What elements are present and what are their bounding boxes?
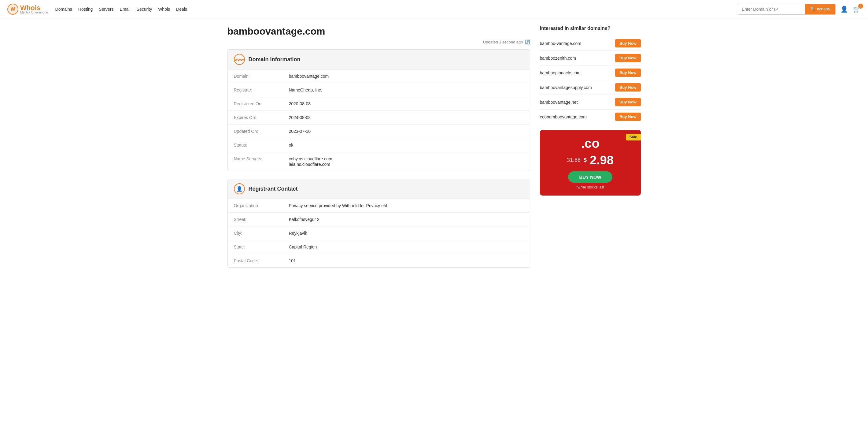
domain-info-header: www Domain Information: [228, 50, 530, 69]
registrant-table: Organization:Privacy service provided by…: [228, 199, 530, 267]
info-value: 101: [289, 258, 296, 263]
table-row: Organization:Privacy service provided by…: [228, 199, 530, 213]
table-row: Registered On:2020-08-08: [228, 97, 530, 111]
domain-row: bamboo-vantage.comBuy Now: [540, 36, 641, 51]
svg-text:W: W: [10, 6, 15, 11]
table-row: State:Capital Region: [228, 240, 530, 254]
table-row: Postal Code:101: [228, 254, 530, 267]
domain-row: ecobamboovantage.comBuy Now: [540, 110, 641, 124]
domain-icon: www: [234, 54, 245, 65]
logo-icon: W: [7, 4, 18, 15]
sale-old-price: 31.88: [567, 157, 581, 164]
info-value: 2024-08-08: [289, 115, 311, 120]
header: W Whois Identity for everyone DomainsHos…: [0, 0, 868, 18]
info-label: Organization:: [234, 203, 289, 208]
sale-tag: Sale: [626, 134, 641, 141]
nav-item-domains[interactable]: Domains: [55, 7, 72, 11]
similar-domains-title: Interested in similar domains?: [540, 26, 641, 31]
domain-row: bamboovantagesupply.comBuy Now: [540, 80, 641, 95]
buy-now-button[interactable]: Buy Now: [615, 98, 641, 106]
info-label: Postal Code:: [234, 258, 289, 263]
search-bar: 🔍 WHOIS: [738, 4, 836, 15]
info-label: Expires On:: [234, 115, 289, 120]
person-icon: 👤: [234, 183, 245, 194]
registrant-card: 👤 Registrant Contact Organization:Privac…: [227, 179, 530, 268]
domain-info-title: Domain Information: [249, 56, 301, 63]
info-value: bamboovantage.com: [289, 74, 329, 79]
logo-sub: Identity for everyone: [20, 11, 48, 14]
table-row: Street:Kalkofnsvegur 2: [228, 213, 530, 227]
sale-price-row: 31.88 $ 2.98: [546, 153, 635, 167]
buy-now-button[interactable]: Buy Now: [615, 113, 641, 121]
domain-name: bamboo-vantage.com: [540, 41, 581, 46]
nav-item-deals[interactable]: Deals: [176, 7, 187, 11]
content-right: Interested in similar domains? bamboo-va…: [540, 26, 641, 275]
info-value: ok: [289, 143, 293, 147]
info-label: City:: [234, 231, 289, 236]
page-title: bamboovantage.com: [227, 26, 530, 37]
sale-new-price: 2.98: [590, 153, 614, 167]
info-label: Registered On:: [234, 101, 289, 106]
nav-item-security[interactable]: Security: [137, 7, 152, 11]
cart-badge: 0: [858, 4, 863, 8]
search-button[interactable]: 🔍 WHOIS: [805, 4, 835, 15]
domain-name: bamboozenith.com: [540, 56, 576, 61]
buy-now-button[interactable]: Buy Now: [615, 68, 641, 77]
info-label: Street:: [234, 217, 289, 222]
person-svg: 👤: [236, 186, 243, 192]
content-left: bamboovantage.com Updated 1 second ago 🔄…: [227, 26, 530, 275]
sale-buy-button[interactable]: BUY NOW: [568, 171, 612, 183]
domain-row: bamboopinnacle.comBuy Now: [540, 65, 641, 80]
info-value: coby.ns.cloudflare.comleia.ns.cloudflare…: [289, 156, 332, 167]
table-row: Registrar:NameCheap, Inc.: [228, 83, 530, 97]
domain-info-table: Domain:bamboovantage.comRegistrar:NameCh…: [228, 69, 530, 171]
table-row: Updated On:2023-07-10: [228, 124, 530, 138]
table-row: Name Servers:coby.ns.cloudflare.comleia.…: [228, 152, 530, 171]
info-label: Name Servers:: [234, 156, 289, 167]
info-value: 2020-08-08: [289, 101, 311, 106]
nav-item-servers[interactable]: Servers: [99, 7, 114, 11]
nav-item-hosting[interactable]: Hosting: [78, 7, 93, 11]
nav-item-email[interactable]: Email: [120, 7, 130, 11]
nav-item-whois[interactable]: Whois: [158, 7, 170, 11]
info-label: Updated On:: [234, 129, 289, 134]
info-label: State:: [234, 244, 289, 249]
buy-now-button[interactable]: Buy Now: [615, 54, 641, 62]
buy-now-button[interactable]: Buy Now: [615, 39, 641, 48]
buy-now-button[interactable]: Buy Now: [615, 83, 641, 91]
sale-tld: .co: [546, 136, 635, 151]
info-value: NameCheap, Inc.: [289, 88, 322, 92]
info-value: Reykjavik: [289, 231, 307, 236]
table-row: City:Reykjavik: [228, 227, 530, 240]
www-icon: www: [235, 57, 244, 62]
sale-dollar: $: [584, 157, 587, 164]
table-row: Expires On:2024-08-08: [228, 111, 530, 124]
logo[interactable]: W Whois Identity for everyone: [7, 4, 48, 15]
refresh-icon[interactable]: 🔄: [525, 39, 530, 45]
domain-name: ecobamboovantage.com: [540, 114, 587, 119]
table-row: Domain:bamboovantage.com: [228, 69, 530, 83]
domain-name: bamboopinnacle.com: [540, 70, 581, 75]
domain-row: bamboozenith.comBuy Now: [540, 51, 641, 65]
header-right: 🔍 WHOIS 👤 🛒 0: [738, 4, 861, 15]
info-label: Registrar:: [234, 88, 289, 92]
info-label: Status:: [234, 143, 289, 147]
updated-bar: Updated 1 second ago 🔄: [227, 39, 530, 45]
main-nav: DomainsHostingServersEmailSecurityWhoisD…: [55, 7, 731, 11]
domain-name: bamboovantagesupply.com: [540, 85, 592, 90]
info-label: Domain:: [234, 74, 289, 79]
info-value: Privacy service provided by Withheld for…: [289, 203, 388, 208]
search-icon: 🔍: [810, 7, 815, 11]
info-value: Capital Region: [289, 244, 317, 249]
main-container: bamboovantage.com Updated 1 second ago 🔄…: [220, 18, 648, 283]
domain-info-card: www Domain Information Domain:bamboovant…: [227, 49, 530, 171]
search-input[interactable]: [738, 7, 805, 11]
info-value: 2023-07-10: [289, 129, 311, 134]
cart-icon[interactable]: 🛒 0: [853, 5, 861, 13]
table-row: Status:ok: [228, 138, 530, 152]
info-value: Kalkofnsvegur 2: [289, 217, 319, 222]
sale-banner: Sale .co 31.88 $ 2.98 BUY NOW *while sto…: [540, 130, 641, 196]
registrant-title: Registrant Contact: [249, 186, 298, 192]
updated-text: Updated 1 second ago: [483, 40, 523, 45]
user-icon[interactable]: 👤: [840, 5, 848, 13]
